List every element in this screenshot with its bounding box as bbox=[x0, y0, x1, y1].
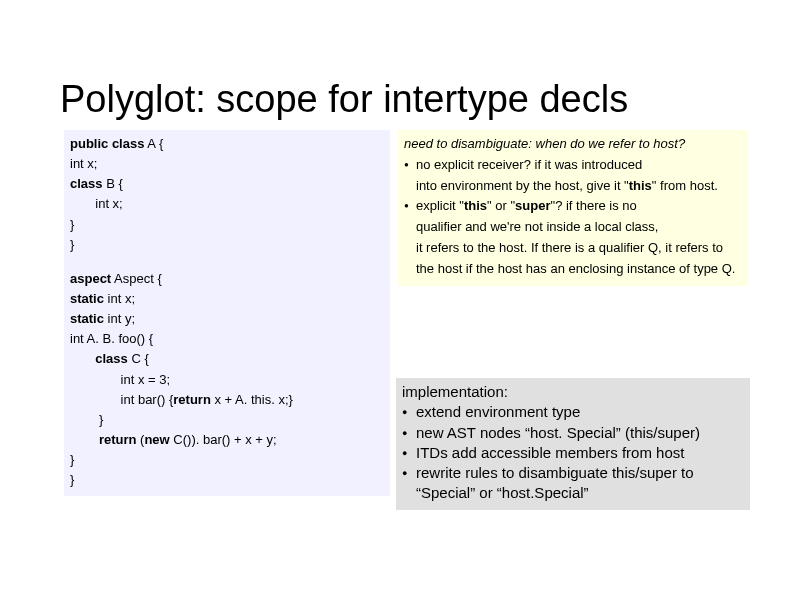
code-text: int y; bbox=[108, 311, 135, 326]
keyword: static bbox=[70, 291, 108, 306]
note-bullet: ● no explicit receiver? if it was introd… bbox=[404, 155, 742, 176]
bullet-icon: ● bbox=[402, 402, 416, 422]
bullet-icon: ● bbox=[404, 196, 416, 217]
keyword: return bbox=[173, 392, 211, 407]
bullet-spacer bbox=[404, 217, 416, 238]
code-line: } bbox=[70, 410, 384, 430]
code-line: int x; bbox=[70, 194, 384, 214]
impl-item: ● extend environment type bbox=[402, 402, 744, 422]
impl-text: rewrite rules to disambiguate this/super… bbox=[416, 463, 744, 504]
bold-this: this bbox=[629, 178, 652, 193]
bold-super: super bbox=[515, 198, 550, 213]
keyword: return bbox=[70, 432, 140, 447]
bullet-spacer bbox=[404, 238, 416, 259]
code-text: B { bbox=[103, 176, 123, 191]
keyword: class bbox=[70, 351, 128, 366]
code-text: C()). bar() + x + y; bbox=[170, 432, 277, 447]
impl-item: ● ITDs add accessible members from host bbox=[402, 443, 744, 463]
keyword: public class bbox=[70, 136, 144, 151]
impl-item: ● rewrite rules to disambiguate this/sup… bbox=[402, 463, 744, 504]
code-line: int x = 3; bbox=[70, 370, 384, 390]
code-line: return (new C()). bar() + x + y; bbox=[70, 430, 384, 450]
code-line: } bbox=[70, 470, 384, 490]
code-line: } bbox=[70, 450, 384, 470]
code-gap bbox=[70, 255, 384, 269]
impl-text: ITDs add accessible members from host bbox=[416, 443, 744, 463]
code-line: class C { bbox=[70, 349, 384, 369]
keyword: class bbox=[70, 176, 103, 191]
note-text: the host if the host has an enclosing in… bbox=[416, 259, 742, 280]
impl-text: extend environment type bbox=[416, 402, 744, 422]
implementation-box: implementation: ● extend environment typ… bbox=[396, 378, 750, 510]
code-line: static int y; bbox=[70, 309, 384, 329]
code-text: C { bbox=[128, 351, 149, 366]
code-line: int bar() {return x + A. this. x;} bbox=[70, 390, 384, 410]
disambiguation-note-box: need to disambiguate: when do we refer t… bbox=[398, 130, 748, 286]
code-line: static int x; bbox=[70, 289, 384, 309]
code-text: int bar() { bbox=[70, 392, 173, 407]
note-text: it refers to the host. If there is a qua… bbox=[416, 238, 742, 259]
keyword: static bbox=[70, 311, 108, 326]
note-text: into environment by the host, give it "t… bbox=[416, 176, 742, 197]
note-title: need to disambiguate: when do we refer t… bbox=[404, 134, 742, 155]
code-text: A { bbox=[144, 136, 163, 151]
code-line: aspect Aspect { bbox=[70, 269, 384, 289]
note-cont: qualifier and we're not inside a local c… bbox=[404, 217, 742, 238]
code-text: int x; bbox=[108, 291, 135, 306]
code-example-box: public class A { int x; class B { int x;… bbox=[64, 130, 390, 496]
code-line: int x; bbox=[70, 154, 384, 174]
bullet-icon: ● bbox=[402, 443, 416, 463]
note-text: qualifier and we're not inside a local c… bbox=[416, 217, 742, 238]
code-line: class B { bbox=[70, 174, 384, 194]
bullet-spacer bbox=[404, 176, 416, 197]
note-bullet: ● explicit "this" or "super"? if there i… bbox=[404, 196, 742, 217]
code-line: } bbox=[70, 235, 384, 255]
note-cont: into environment by the host, give it "t… bbox=[404, 176, 742, 197]
code-line: int A. B. foo() { bbox=[70, 329, 384, 349]
slide: Polyglot: scope for intertype decls publ… bbox=[0, 0, 794, 595]
impl-item: ● new AST nodes “host. Special” (this/su… bbox=[402, 423, 744, 443]
bullet-spacer bbox=[404, 259, 416, 280]
code-text: Aspect { bbox=[111, 271, 162, 286]
keyword: aspect bbox=[70, 271, 111, 286]
keyword: new bbox=[144, 432, 169, 447]
note-cont: it refers to the host. If there is a qua… bbox=[404, 238, 742, 259]
note-cont: the host if the host has an enclosing in… bbox=[404, 259, 742, 280]
note-text: no explicit receiver? if it was introduc… bbox=[416, 155, 742, 176]
code-line: } bbox=[70, 215, 384, 235]
bullet-icon: ● bbox=[404, 155, 416, 176]
bullet-icon: ● bbox=[402, 423, 416, 443]
slide-title: Polyglot: scope for intertype decls bbox=[60, 78, 628, 121]
note-text: explicit "this" or "super"? if there is … bbox=[416, 196, 742, 217]
bold-this: this bbox=[464, 198, 487, 213]
code-text: x + A. this. x;} bbox=[211, 392, 293, 407]
impl-title: implementation: bbox=[402, 382, 744, 402]
bullet-icon: ● bbox=[402, 463, 416, 504]
code-line: public class A { bbox=[70, 134, 384, 154]
impl-text: new AST nodes “host. Special” (this/supe… bbox=[416, 423, 744, 443]
